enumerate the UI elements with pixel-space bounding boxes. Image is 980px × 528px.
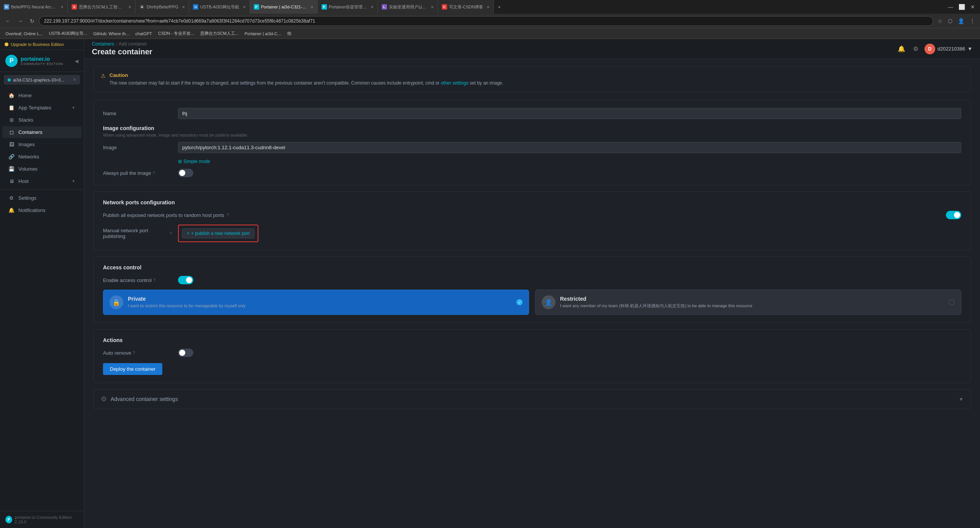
address-input[interactable] [39, 16, 933, 26]
tab-lab[interactable]: L 实验室通用用户认证系统 ✕ [378, 0, 438, 14]
enable-access-toggle[interactable] [178, 276, 193, 284]
name-label: Name [103, 111, 172, 116]
main-content: Containers › Add container Create contai… [84, 39, 980, 528]
always-pull-help-icon[interactable]: ? [153, 171, 155, 175]
images-icon: 🖼 [8, 142, 15, 147]
bookmark-other[interactable]: 他 [285, 30, 294, 37]
breadcrumb: Containers › Add container [92, 41, 152, 47]
private-radio[interactable]: ✓ [516, 299, 523, 305]
back-button[interactable]: ← [3, 17, 13, 25]
new-tab-button[interactable]: + [494, 0, 505, 14]
tab-csdn[interactable]: C 写文章-CSDN博客 ✕ [438, 0, 494, 14]
sidebar-item-stacks[interactable]: ⊞ Stacks [2, 114, 82, 126]
host-arrow-icon: ▼ [72, 179, 75, 183]
simple-mode-link[interactable]: ⊞Simple mode [178, 159, 210, 164]
bookmark-chatgpt[interactable]: chatGPT [133, 31, 154, 37]
enable-access-help-icon[interactable]: ? [153, 278, 155, 282]
bookmark-csdn[interactable]: CSDN - 专业开发... [156, 30, 196, 37]
advanced-settings-title: Advanced container settings [111, 396, 178, 402]
bookmark-overleaf[interactable]: Overleaf, Online L... [3, 31, 45, 37]
toolbar-icons: ☆ ⬡ 👤 ⋮ [936, 17, 977, 25]
advanced-expand-icon[interactable]: ▼ [959, 396, 964, 402]
tab-beliefppg[interactable]: B BeliefPPG Neural Architectu... ✕ [0, 0, 68, 14]
sidebar: Upgrade to Business Edition P portainer.… [0, 39, 84, 528]
profile-icon[interactable]: 👤 [956, 17, 966, 25]
home-icon: 🏠 [8, 93, 15, 98]
stacks-icon: ⊞ [8, 117, 15, 123]
manual-port-help-icon[interactable]: ? [170, 231, 172, 236]
sidebar-item-volumes[interactable]: 💾 Volumes [2, 163, 82, 175]
access-card-restricted[interactable]: 👤 Restricted I want any member of my tea… [535, 290, 961, 315]
sidebar-item-notifications[interactable]: 🔔 Notifications [2, 204, 82, 216]
tab-ustb[interactable]: U USTB-AI3D网址导航 ✕ [189, 0, 250, 14]
breadcrumb-separator: › [116, 41, 117, 47]
always-pull-toggle[interactable] [178, 169, 193, 177]
tab-github[interactable]: G Dhrthj/BeliefPPG ✕ [136, 0, 189, 14]
user-name: d202210386 [938, 46, 965, 52]
name-input[interactable] [178, 108, 961, 119]
bookmark-scm[interactable]: 思腾合力SCM人工... [198, 30, 241, 37]
user-menu[interactable]: D d202210386 ▼ [924, 44, 972, 54]
bookmark-portainer[interactable]: Portainer | ai3d-C... [242, 31, 283, 37]
minimize-button[interactable]: — [946, 3, 955, 11]
sidebar-item-networks[interactable]: 🔗 Networks [2, 151, 82, 163]
upgrade-banner[interactable]: Upgrade to Business Edition [0, 39, 84, 50]
notifications-header-button[interactable]: 🔔 [896, 44, 907, 54]
sidebar-collapse-button[interactable]: ◀ [75, 58, 78, 64]
sidebar-item-containers[interactable]: ◻ Containers [2, 126, 82, 138]
forward-button[interactable]: → [15, 17, 25, 25]
image-input[interactable] [178, 142, 961, 153]
sidebar-item-home-label: Home [18, 93, 32, 98]
publish-new-port-button[interactable]: + + publish a new network port [182, 228, 255, 238]
settings-header-button[interactable]: ⚙ [911, 44, 920, 54]
auto-remove-help-icon[interactable]: ? [133, 350, 135, 355]
sidebar-item-settings[interactable]: ⚙ Settings [2, 192, 82, 204]
image-config-subtitle: When using advanced mode, image and repo… [103, 133, 961, 137]
bookmark-ustb[interactable]: USTB-AI3D网址导... [47, 30, 90, 37]
advanced-settings-section[interactable]: ⚙ Advanced container settings ▼ [93, 389, 971, 409]
extensions-icon[interactable]: ⬡ [946, 17, 954, 25]
app-templates-icon: 📋 [8, 105, 15, 111]
maximize-button[interactable]: ⬜ [957, 3, 967, 11]
restricted-card-title: Restricted [560, 296, 944, 302]
logo-sub: COMMUNITY EDITION [21, 62, 63, 66]
caution-other-settings-link[interactable]: other settings [441, 80, 468, 86]
close-button[interactable]: ✕ [969, 3, 977, 11]
sidebar-item-home[interactable]: 🏠 Home [2, 90, 82, 101]
image-label: Image [103, 145, 172, 150]
tab-scm[interactable]: S 思腾合力SCM人工智能云平台 ✕ [68, 0, 136, 14]
sidebar-item-images-label: Images [18, 142, 35, 147]
access-card-private[interactable]: 🔒 Private I want to restrict this resour… [103, 290, 529, 315]
page-main-title: Containers › Add container Create contai… [92, 41, 152, 56]
sidebar-nav: 🏠 Home 📋 App Templates ▼ ⊞ Stacks ◻ Cont… [0, 88, 84, 511]
restricted-radio[interactable] [949, 299, 955, 305]
more-menu-icon[interactable]: ⋮ [968, 17, 977, 25]
publish-all-toggle[interactable] [946, 211, 961, 219]
sidebar-item-stacks-label: Stacks [18, 117, 33, 123]
access-cards: 🔒 Private I want to restrict this resour… [103, 290, 961, 315]
sidebar-item-settings-label: Settings [18, 195, 36, 201]
breadcrumb-containers-link[interactable]: Containers [92, 41, 114, 47]
env-close-icon[interactable]: ✕ [73, 77, 76, 82]
reload-button[interactable]: ↻ [28, 17, 37, 25]
logo-name: portainer.io [21, 56, 63, 62]
bookmark-github[interactable]: GitHub: Where th... [91, 31, 131, 37]
sidebar-item-app-templates[interactable]: 📋 App Templates ▼ [2, 102, 82, 114]
sidebar-item-images[interactable]: 🖼 Images [2, 139, 82, 150]
env-badge[interactable]: ai3d-C321-graphics-10×3... ✕ [4, 75, 80, 85]
simple-mode-row: ⊞Simple mode [103, 158, 961, 164]
publish-all-help-icon[interactable]: ? [227, 213, 229, 217]
tab-portainer-active[interactable]: P Portainer | ai3d-C321-grap... ✕ [250, 0, 318, 14]
upgrade-dot [5, 42, 8, 46]
auto-remove-toggle[interactable] [178, 349, 193, 357]
publish-all-label: Publish all exposed network ports to ran… [103, 212, 224, 218]
tab-portainer2[interactable]: P Portainer容器管理系统 ✕ [318, 0, 378, 14]
sidebar-item-notifications-label: Notifications [18, 207, 46, 213]
deploy-container-button[interactable]: Deploy the container [103, 363, 162, 375]
sidebar-item-volumes-label: Volumes [18, 166, 38, 172]
enable-access-row: Enable access control ? [103, 276, 961, 284]
actions-section: Actions Auto remove ? Deploy the contain… [93, 329, 971, 383]
env-dot [8, 78, 11, 81]
bookmark-star-icon[interactable]: ☆ [936, 17, 944, 25]
sidebar-item-host[interactable]: 🖥 Host ▼ [2, 175, 82, 187]
